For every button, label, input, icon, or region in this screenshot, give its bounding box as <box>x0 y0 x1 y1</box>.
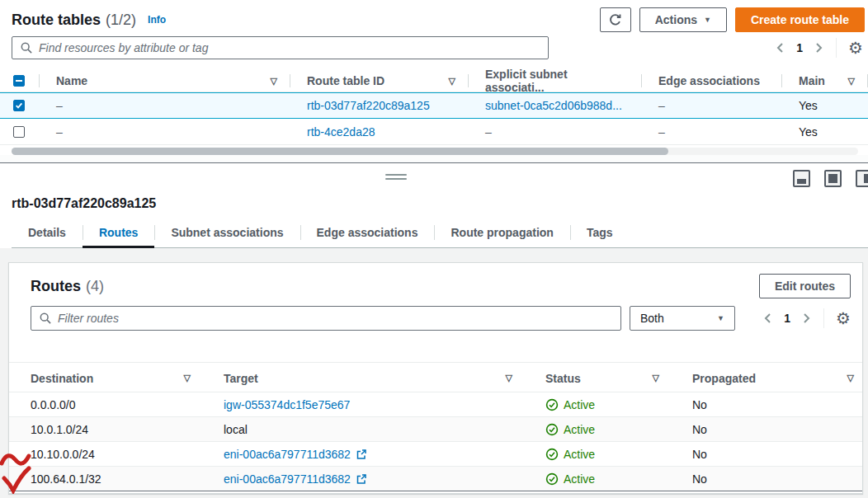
column-header-explicit-subnet-associati-[interactable]: Explicit subnet associati... <box>469 69 642 92</box>
target-cell: igw-055374dc1f5e75e67 <box>215 398 537 411</box>
search-input[interactable] <box>39 41 548 54</box>
main-cell: Yes <box>782 99 868 112</box>
sort-icon[interactable]: ▽ <box>848 76 855 87</box>
filter-search-icon <box>40 312 51 324</box>
status-cell: Active <box>537 398 684 411</box>
prev-page-icon[interactable] <box>775 42 785 54</box>
detail-panel-body: Routes (4) Edit routes Both ▼ <box>0 248 868 498</box>
tab-tags[interactable]: Tags <box>570 218 630 247</box>
main-cell: Yes <box>782 125 868 139</box>
status-label: Active <box>564 398 595 411</box>
status-active-icon <box>545 423 559 436</box>
column-header-edge-associations[interactable]: Edge associations <box>642 69 782 92</box>
sort-icon[interactable]: ▽ <box>847 373 854 383</box>
routes-column-header-destination[interactable]: Destination▽ <box>22 363 215 393</box>
side-panel-icon[interactable] <box>856 170 868 187</box>
target-link[interactable]: eni-00ac6a797711d3682 <box>224 472 351 486</box>
propagation-filter-select[interactable]: Both ▼ <box>630 306 735 331</box>
horizontal-scrollbar[interactable] <box>12 148 858 155</box>
status-active-icon <box>545 448 559 461</box>
routes-settings-gear-icon[interactable]: ⚙ <box>836 310 851 327</box>
target-link[interactable]: eni-00ac6a797711d3682 <box>224 448 351 461</box>
bottom-panel-icon[interactable] <box>793 170 810 187</box>
tab-routes[interactable]: Routes <box>83 218 154 247</box>
column-header-label: Name <box>56 74 87 87</box>
routes-filter[interactable] <box>31 306 621 331</box>
column-header-label: Main <box>799 74 825 87</box>
column-header-name[interactable]: Name▽ <box>40 69 290 92</box>
sort-icon[interactable]: ▽ <box>184 373 191 383</box>
routes-prev-page-icon[interactable] <box>762 312 772 324</box>
external-link-icon <box>356 473 367 485</box>
subnet-associations-cell: subnet-0ca5c2d06b988d... <box>469 99 642 112</box>
edit-routes-button[interactable]: Edit routes <box>759 274 851 298</box>
table-row[interactable]: –rtb-03d77af220c89a125subnet-0ca5c2d06b9… <box>0 92 868 119</box>
create-route-table-label: Create route table <box>751 13 849 26</box>
tab-route-propagation[interactable]: Route propagation <box>434 218 569 247</box>
target-link[interactable]: igw-055374dc1f5e75e67 <box>224 398 350 411</box>
detail-tabs: DetailsRoutesSubnet associationsEdge ass… <box>12 218 868 248</box>
route-table-id-link[interactable]: rtb-4ce2da28 <box>307 125 375 139</box>
routes-column-header-status[interactable]: Status▽ <box>537 363 684 393</box>
routes-table-header: Destination▽Target▽Status▽Propagated▽ <box>9 362 862 392</box>
actions-button[interactable]: Actions ▼ <box>639 7 727 32</box>
routes-filter-input[interactable] <box>58 312 620 325</box>
sort-icon[interactable]: ▽ <box>271 76 277 87</box>
caret-down-icon: ▼ <box>704 16 711 24</box>
column-header-route-table-id[interactable]: Route table ID▽ <box>290 69 469 92</box>
create-route-table-button[interactable]: Create route table <box>735 7 865 32</box>
route-row[interactable]: 10.0.1.0/24localActiveNo <box>9 417 862 442</box>
propagated-cell: No <box>684 423 862 436</box>
tab-subnet-associations[interactable]: Subnet associations <box>154 218 300 247</box>
routes-page-number[interactable]: 1 <box>784 312 790 325</box>
refresh-icon <box>608 13 622 27</box>
status-active-icon <box>545 472 559 486</box>
status-cell: Active <box>537 448 684 461</box>
route-table-id-cell: rtb-4ce2da28 <box>290 125 469 139</box>
routes-column-header-propagated[interactable]: Propagated▽ <box>684 363 862 393</box>
routes-toolbar-divider <box>823 308 824 328</box>
routes-column-header-target[interactable]: Target▽ <box>215 363 537 393</box>
info-link[interactable]: Info <box>148 14 166 26</box>
full-panel-icon[interactable] <box>824 170 842 187</box>
table-row[interactable]: –rtb-4ce2da28––Yes <box>0 119 868 145</box>
row-checkbox[interactable] <box>13 100 25 111</box>
page-number[interactable]: 1 <box>796 41 803 54</box>
status-active-icon <box>545 398 559 411</box>
select-all-checkbox[interactable] <box>13 75 25 87</box>
column-header-main[interactable]: Main▽ <box>782 69 868 92</box>
route-row[interactable]: 0.0.0.0/0igw-055374dc1f5e75e67ActiveNo <box>9 392 862 417</box>
subnet-link[interactable]: subnet-0ca5c2d06b988d... <box>485 99 622 112</box>
header-checkbox-cell <box>0 69 40 92</box>
target-cell: local <box>215 423 537 436</box>
sort-icon[interactable]: ▽ <box>506 373 512 383</box>
resource-search[interactable] <box>12 36 549 59</box>
route-table-id-link[interactable]: rtb-03d77af220c89a125 <box>307 99 430 112</box>
status-label: Active <box>564 448 595 461</box>
scrollbar-thumb[interactable] <box>12 148 668 155</box>
settings-gear-icon[interactable]: ⚙ <box>848 40 863 56</box>
next-page-icon[interactable] <box>814 42 824 54</box>
split-gap <box>0 155 868 162</box>
tab-details[interactable]: Details <box>12 218 83 247</box>
route-tables-table-header: Name▽Route table ID▽Explicit subnet asso… <box>0 69 868 92</box>
tab-label: Subnet associations <box>171 226 283 239</box>
split-drag-handle[interactable] <box>385 174 407 182</box>
refresh-button[interactable] <box>600 7 631 32</box>
route-row[interactable]: 100.64.0.1/32eni-00ac6a797711d3682Active… <box>9 467 862 491</box>
name-cell: – <box>40 125 290 139</box>
route-row[interactable]: 10.10.0.0/24eni-00ac6a797711d3682ActiveN… <box>9 442 862 467</box>
destination-cell: 10.0.1.0/24 <box>22 423 215 436</box>
destination-cell: 0.0.0.0/0 <box>22 398 215 411</box>
row-checkbox-cell <box>0 100 40 111</box>
row-checkbox[interactable] <box>13 126 25 138</box>
routes-next-page-icon[interactable] <box>802 312 812 324</box>
status-badge: Active <box>545 398 595 411</box>
toolbar-divider <box>836 38 837 58</box>
sort-icon[interactable]: ▽ <box>653 373 659 383</box>
propagated-cell: No <box>684 398 862 411</box>
sort-icon[interactable]: ▽ <box>449 76 455 87</box>
routes-column-header-label: Target <box>224 372 258 385</box>
tab-edge-associations[interactable]: Edge associations <box>300 218 435 247</box>
header-actions: Actions ▼ Create route table <box>600 7 865 32</box>
